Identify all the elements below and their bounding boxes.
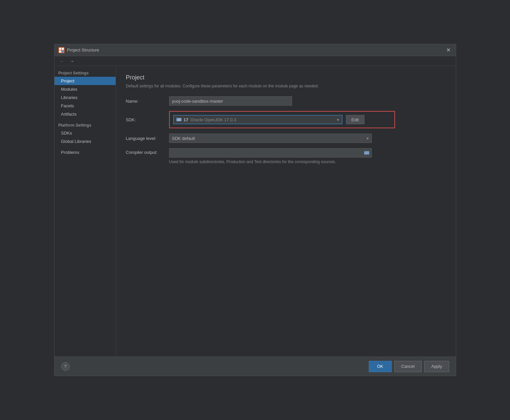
project-structure-dialog: Project Structure ✕ ← → Project Settings… [54, 44, 456, 376]
page-title: Project [126, 74, 446, 81]
sidebar-item-artifacts[interactable]: Artifacts [54, 110, 116, 118]
svg-rect-4 [62, 51, 64, 52]
sdk-row: SDK: 17 Oracle OpenJDK 17.0.3 ▾ [126, 111, 446, 128]
help-button[interactable]: ? [61, 362, 70, 371]
svg-rect-1 [59, 48, 61, 50]
sidebar-item-facets[interactable]: Facets [54, 102, 116, 110]
svg-rect-6 [176, 118, 178, 119]
sidebar-item-modules[interactable]: Modules [54, 85, 116, 93]
compiler-output-field[interactable] [169, 148, 372, 158]
project-settings-section-label: Project Settings [54, 69, 116, 77]
sdk-name: Oracle OpenJDK 17.0.3 [190, 117, 236, 122]
main-content: Project Default settings for all modules… [116, 66, 456, 357]
sidebar: Project Settings Project Modules Librari… [54, 66, 116, 357]
svg-rect-9 [364, 151, 366, 152]
sidebar-item-libraries[interactable]: Libraries [54, 93, 116, 102]
sidebar-item-problems[interactable]: Problems [54, 148, 116, 157]
sdk-version-badge: 17 [184, 117, 188, 122]
ok-button[interactable]: OK [369, 361, 392, 372]
apply-button[interactable]: Apply [424, 361, 449, 372]
svg-rect-3 [59, 51, 61, 52]
nav-bar: ← → [54, 56, 456, 66]
compiler-hint: Used for module subdirectories, Producti… [169, 159, 372, 164]
name-row: Name: [126, 96, 446, 106]
compiler-folder-button[interactable] [363, 150, 371, 157]
sidebar-item-sdks[interactable]: SDKs [54, 129, 116, 137]
sidebar-item-project[interactable]: Project [54, 77, 116, 85]
page-description: Default settings for all modules. Config… [126, 84, 446, 88]
app-icon [58, 47, 64, 53]
forward-arrow[interactable]: → [68, 58, 76, 64]
bottom-bar: ? OK Cancel Apply [54, 357, 456, 376]
language-level-label: Language level: [126, 136, 169, 141]
close-button[interactable]: ✕ [445, 47, 452, 53]
dialog-title: Project Structure [67, 48, 99, 52]
name-label: Name: [126, 99, 169, 104]
name-input[interactable] [169, 96, 292, 106]
language-level-row: Language level: SDK default ▾ [126, 134, 446, 143]
svg-rect-7 [177, 119, 181, 121]
bottom-right-buttons: OK Cancel Apply [369, 361, 449, 372]
sidebar-item-global-libraries[interactable]: Global Libraries [54, 137, 116, 146]
content-area: Project Settings Project Modules Librari… [54, 66, 456, 357]
title-bar-left: Project Structure [58, 47, 99, 53]
sdk-highlight-box: 17 Oracle OpenJDK 17.0.3 ▾ Edit [169, 111, 395, 128]
sdk-dropdown[interactable]: 17 Oracle OpenJDK 17.0.3 ▾ [173, 115, 343, 124]
sdk-folder-icon [176, 117, 182, 123]
language-level-value: SDK default [172, 136, 195, 141]
sdk-label: SDK: [126, 117, 169, 122]
title-bar: Project Structure ✕ [54, 44, 456, 56]
edit-sdk-button[interactable]: Edit [346, 115, 364, 124]
sdk-dropdown-arrow-icon: ▾ [337, 117, 339, 122]
cancel-button[interactable]: Cancel [394, 361, 422, 372]
language-level-arrow-icon: ▾ [366, 136, 369, 141]
svg-rect-2 [62, 48, 64, 50]
platform-settings-section-label: Platform Settings [54, 121, 116, 129]
back-arrow[interactable]: ← [58, 58, 66, 64]
compiler-output-label: Compiler output: [126, 148, 169, 155]
compiler-output-row: Compiler output: Used for module subdire… [126, 148, 446, 164]
language-level-select[interactable]: SDK default ▾ [169, 134, 372, 143]
